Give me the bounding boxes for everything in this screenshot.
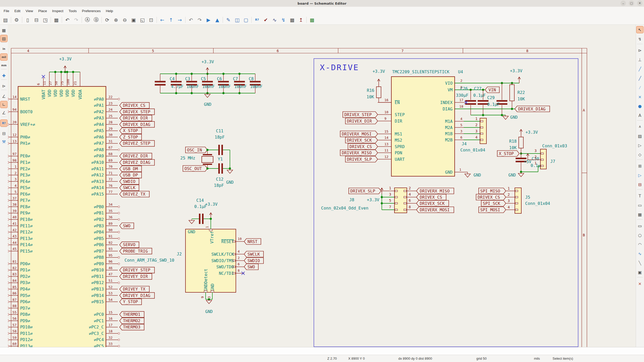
undo-icon[interactable]: ↶ — [64, 16, 71, 24]
units-mm-icon[interactable]: mm — [1, 62, 7, 69]
simulator-icon[interactable]: ∿ — [271, 16, 278, 24]
zoom-objects-icon[interactable]: ◱ — [138, 16, 146, 24]
menu-place[interactable]: Place — [36, 7, 50, 15]
bus-entry-tool-icon[interactable]: ╱ — [637, 84, 643, 91]
redo-icon[interactable]: ↷ — [72, 16, 80, 24]
global-label-tool-icon[interactable]: ▷ — [637, 142, 643, 149]
draw-wire-tool-icon[interactable]: ╱ — [637, 66, 643, 72]
zoom-out-icon[interactable]: ⊖ — [121, 16, 129, 24]
mirror-v-icon[interactable]: ▲ — [213, 16, 221, 24]
mcu-net-labels[interactable]: DRIVEX_CSDRIVEX_STEPDRIVEX_DIRDRIVEX_DIA… — [120, 102, 154, 330]
nav-back-icon[interactable]: ← — [158, 16, 166, 24]
draw-bus-tool-icon[interactable]: ╱ — [637, 75, 643, 82]
arc-tool-icon[interactable]: ◠ — [637, 241, 643, 248]
units-inches-icon[interactable]: in — [1, 45, 7, 52]
rotate-ccw-icon[interactable]: ↶ — [187, 16, 195, 24]
textbox-tool-icon[interactable]: ▭ — [637, 202, 643, 208]
browse-symbols-icon[interactable]: ◫ — [233, 16, 241, 24]
refresh-icon[interactable]: ⟳ — [103, 16, 111, 24]
minimize-button[interactable]: – — [620, 1, 626, 6]
erc-icon[interactable]: ✔ — [262, 16, 270, 24]
menu-edit[interactable]: Edit — [12, 7, 23, 15]
junction-tool-icon[interactable]: ● — [637, 103, 643, 109]
net-class-label-tool-icon[interactable]: A — [637, 123, 643, 130]
grid-show-icon[interactable]: ▦ — [1, 27, 7, 34]
menu-view[interactable]: View — [23, 7, 36, 15]
svg-text:2: 2 — [14, 171, 17, 175]
place-symbol-tool-icon[interactable]: ⊳ — [637, 47, 643, 54]
mirror-h-icon[interactable]: ▶ — [205, 16, 212, 24]
bezier-tool-icon[interactable]: ∿ — [637, 250, 643, 257]
nav-up-icon[interactable]: ↑ — [167, 16, 175, 24]
grid-override-icon[interactable]: ▨ — [1, 35, 7, 42]
menu-help[interactable]: Help — [103, 7, 116, 15]
paste-icon[interactable]: ▦ — [52, 16, 60, 24]
settings-icon[interactable]: ⚙ — [13, 16, 20, 24]
svg-text:⇄PC1: ⇄PC1 — [94, 318, 104, 323]
find-replace-icon[interactable]: Ⓑ — [92, 16, 100, 24]
rectangle-tool-icon[interactable]: ▭ — [637, 222, 643, 229]
schematic-canvas[interactable]: 45678AB6VBAT11VDD27VDD50VDD75VDD100VDD21… — [8, 25, 636, 347]
hier-sheet-tool-icon[interactable]: ⊞ — [637, 163, 643, 169]
hier-label-tool-icon[interactable]: ▨ — [637, 133, 643, 139]
menu-inspect[interactable]: Inspect — [50, 7, 66, 15]
select-tool-icon[interactable]: ↖ — [637, 26, 643, 33]
maximize-button[interactable]: ▢ — [629, 1, 634, 6]
sheet-pin-tool-icon[interactable]: ⊟ — [637, 181, 643, 188]
zoom-in-icon[interactable]: ⊕ — [112, 16, 120, 24]
pcb-editor-icon[interactable]: ▩ — [308, 16, 316, 24]
svg-text:⇄PA11: ⇄PA11 — [91, 166, 104, 171]
print-icon[interactable]: ⊟ — [33, 16, 40, 24]
mcu-symbol[interactable]: 6VBAT11VDD27VDD50VDD75VDD100VDD21VDDA14N… — [8, 79, 120, 347]
no-connect-tool-icon[interactable]: × — [637, 93, 643, 100]
image-tool-icon[interactable]: ▣ — [637, 269, 643, 276]
svg-text:J4: J4 — [462, 141, 467, 146]
menu-file[interactable]: File — [1, 7, 12, 15]
zoom-selection-icon[interactable]: ⊡ — [147, 16, 155, 24]
highlight-net-tool-icon[interactable]: ↯ — [637, 36, 643, 42]
nav-forward-icon[interactable]: → — [176, 16, 184, 24]
edit-footprint-icon[interactable]: ▢ — [242, 16, 250, 24]
line-tool-icon[interactable]: ╲ — [637, 260, 643, 266]
circle-tool-icon[interactable]: ○ — [637, 232, 643, 238]
hidden-pins-icon[interactable]: ⊳ — [1, 83, 7, 89]
import-sheet-pin-tool-icon[interactable]: ▷ — [637, 172, 643, 179]
bom-export-icon[interactable]: ↥ — [297, 16, 305, 24]
annotate-auto-icon[interactable]: R? — [1, 120, 7, 126]
tmc2209-u4[interactable]: TMC2209_SILENTSTEPSTICKU416EN10STEPDRIVE… — [340, 69, 463, 176]
place-power-tool-icon[interactable]: ⊥ — [637, 56, 643, 63]
edit-symbol-icon[interactable]: ✎ — [224, 16, 232, 24]
status-zoom-level: Z 2.70 — [327, 357, 337, 360]
save-icon[interactable]: ▤ — [2, 16, 9, 24]
new-sheet-icon[interactable]: ▯ — [24, 16, 32, 24]
plot-icon[interactable]: ◳ — [41, 16, 49, 24]
decoupling-cap-bank[interactable]: C44.7µFC3100nFC5100nFC6100nFC7100nFC8100… — [155, 59, 262, 107]
svg-text:6: 6 — [409, 198, 411, 203]
wire-hv-icon[interactable]: ∟ — [1, 101, 7, 108]
net-label-tool-icon[interactable]: A — [637, 112, 643, 119]
menu-preferences[interactable]: Preferences — [79, 7, 103, 15]
highlight-probe-icon[interactable]: ↯ — [280, 16, 287, 24]
cursor-shape-icon[interactable]: ✚ — [1, 72, 7, 79]
zoom-page-icon[interactable]: ▣ — [130, 16, 137, 24]
table-tool-icon[interactable]: ▦ — [637, 211, 643, 218]
title-bar[interactable]: board — Schematic Editor –▢✕ — [0, 0, 644, 7]
properties-panel-icon[interactable]: ⚒ — [1, 138, 7, 145]
svg-text:NRST: NRST — [247, 239, 258, 244]
delete-tool-icon[interactable]: × — [637, 280, 643, 287]
wire-45-icon[interactable]: ∠ — [1, 109, 7, 116]
symbol-fields-table-icon[interactable]: ▦ — [288, 16, 296, 24]
close-button[interactable]: ✕ — [637, 1, 642, 6]
directive-label-tool-icon[interactable]: ◇ — [637, 151, 643, 158]
rotate-cw-icon[interactable]: ↷ — [196, 16, 204, 24]
crystal-circuit[interactable]: OSC_INOSC_OUTGNDC1118pF25 MHzY1C1218pF — [180, 128, 234, 188]
menu-tools[interactable]: Tools — [66, 7, 79, 15]
hierarchy-navigator-icon[interactable]: ⊟ — [1, 130, 7, 137]
text-tool-icon[interactable]: T — [637, 192, 643, 199]
svg-text:Conn_02x04_Odd_Even: Conn_02x04_Odd_Even — [321, 206, 368, 211]
scroll-strip[interactable] — [0, 347, 644, 355]
find-icon[interactable]: Ⓐ — [83, 16, 91, 24]
wire-free-angle-icon[interactable]: ∠ — [1, 93, 7, 100]
annotate-icon[interactable]: R? — [253, 16, 261, 24]
units-mils-icon[interactable]: mil — [1, 54, 7, 60]
